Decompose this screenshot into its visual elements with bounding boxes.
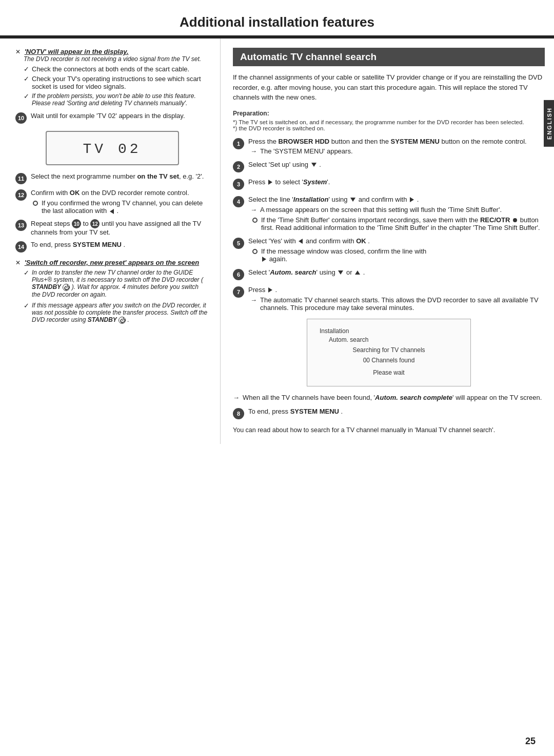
- check-item-3: ✓ If the problem persists, you won't be …: [24, 92, 209, 107]
- left-column: ✕ 'NOTV' will appear in the display. The…: [0, 38, 221, 444]
- english-tab: ENGLISH: [544, 100, 554, 147]
- warning-block: ✕ 'Switch off recorder, new preset' appe…: [15, 259, 209, 324]
- step-13: 13 Repeat steps 10 to 12 until you have …: [15, 219, 209, 236]
- note-block: ✕ 'NOTV' will appear in the display. The…: [15, 48, 209, 107]
- step4-sub: If the 'Time Shift Buffer' contains impo…: [248, 216, 545, 231]
- step7-arrow: → The automatic TV channel search starts…: [248, 296, 545, 312]
- step4-arrow: → A message appears on the screen that t…: [248, 206, 545, 214]
- step-12: 12 Confirm with OK on the DVD recorder r…: [15, 189, 209, 215]
- step1-arrow: → The 'SYSTEM MENU' appears.: [248, 147, 545, 155]
- r-step-3: 3 Press to select 'System'.: [233, 178, 545, 190]
- intro-text: If the channel assignments of your cable…: [233, 72, 545, 103]
- page-number: 25: [525, 736, 536, 747]
- final-arrow: → When all the TV channels have been fou…: [233, 394, 545, 401]
- step5-sub: If the message window was closed, confir…: [248, 247, 545, 263]
- r-step-8: 8 To end, press SYSTEM MENU .: [233, 408, 545, 419]
- step-12-sub: If you confirmed the wrong TV channel, y…: [31, 199, 209, 215]
- r-step-7: 7 Press . → The automatic TV channel sea…: [233, 286, 545, 312]
- preparation-block: Preparation: *) The TV set is switched o…: [233, 110, 545, 131]
- warning-checks: ✓ In order to transfer the new TV channe…: [15, 269, 209, 324]
- warning-check-1: ✓ In order to transfer the new TV channe…: [24, 269, 209, 298]
- footer-text: You can read about how to search for a T…: [233, 425, 545, 435]
- r-step-6: 6 Select 'Autom. search' using or .: [233, 268, 545, 280]
- screen-box: Installation Autom. search Searching for…: [307, 319, 471, 386]
- r-step-1: 1 Press the BROWSER HDD button and then …: [233, 138, 545, 155]
- step-11: 11 Select the next programme number on t…: [15, 172, 209, 184]
- step-14: 14 To end, press SYSTEM MENU .: [15, 241, 209, 253]
- step-10: 10 Wait until for example 'TV 02' appear…: [15, 112, 209, 124]
- section-header: Automatic TV channel search: [233, 48, 545, 66]
- note-header: ✕ 'NOTV' will appear in the display.: [15, 48, 209, 55]
- r-step-2: 2 Select 'Set up' using .: [233, 161, 545, 172]
- right-column: ENGLISH Automatic TV channel search If t…: [221, 38, 554, 444]
- check-item-2: ✓ Check your TV's operating instructions…: [24, 75, 209, 90]
- check-item-1: ✓ Check the connectors at both ends of t…: [24, 65, 209, 73]
- check-list: ✓ Check the connectors at both ends of t…: [15, 65, 209, 107]
- r-step-5: 5 Select 'Yes' with and confirm with OK …: [233, 237, 545, 263]
- r-step-4: 4 Select the line 'Installation' using a…: [233, 196, 545, 231]
- page-title: Additional installation features: [0, 0, 554, 37]
- warning-check-2: ✓ If this message appears after you swit…: [24, 302, 209, 324]
- tv-display: TV 02: [46, 131, 179, 165]
